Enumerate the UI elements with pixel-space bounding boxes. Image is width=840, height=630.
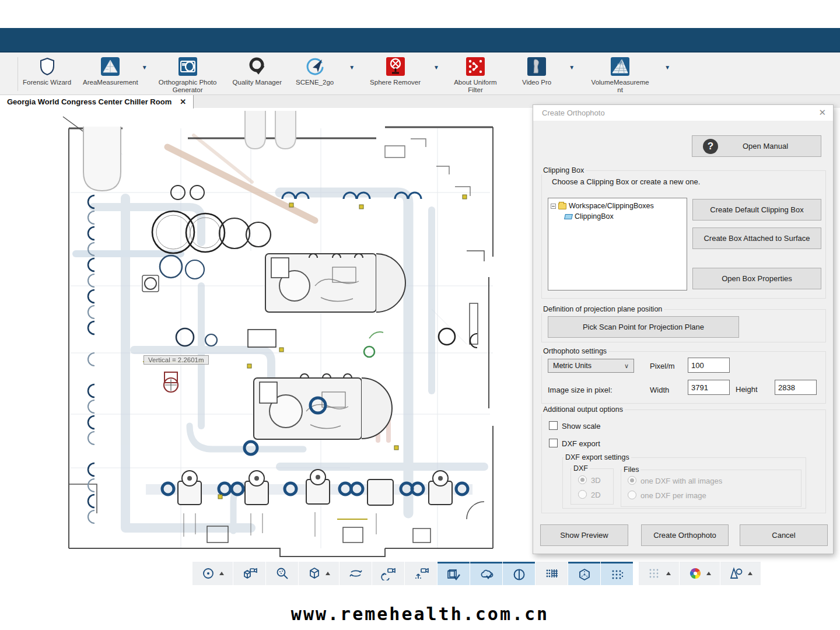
toolbar-item-label: Sphere Remover [370,79,421,86]
dxf-export-checkbox[interactable] [549,439,558,447]
clip-section-button[interactable] [503,562,535,585]
create-default-clipping-box-button[interactable]: Create Default Clipping Box [692,199,821,220]
toolbar-item-video-pro[interactable]: Video Pro ▼ [522,56,575,86]
toolbar-item-area-measurement[interactable]: AreaMeasurement ▼ [83,56,148,86]
camera-reset-icon [381,566,396,580]
units-dropdown[interactable]: Metric Units ∨ [548,359,634,373]
files-one-dxf-per-label: one DXF per image [640,491,706,500]
shapes-filter-button[interactable] [720,562,761,585]
button-label: Create Orthophoto [653,531,716,540]
camera-pick-button[interactable] [405,562,437,585]
toolbar-item-orthographic-photo[interactable]: Orthographic Photo Generator [156,56,220,94]
height-input[interactable] [775,380,817,395]
chevron-down-icon[interactable]: ▼ [569,64,575,71]
tab-close-icon[interactable]: ✕ [180,97,186,106]
output-group-label: Additional output options [541,405,625,414]
cube-view-button[interactable] [299,562,339,585]
files-one-dxf-all-radio[interactable] [628,476,636,485]
camera-cube-button[interactable] [233,562,265,585]
toolbar-item-label: Forensic Wizard [23,79,71,86]
tree-item-clippingbox[interactable]: ClippingBox [550,211,685,222]
chevron-down-icon: ∨ [624,362,629,370]
chevron-up-icon [666,572,671,575]
point-cloud-plan-view [58,111,513,561]
toolbar-item-volume-measurement[interactable]: VolumeMeasurement ▼ [590,56,670,94]
point-density-options-button[interactable] [639,562,679,585]
width-input[interactable] [688,380,730,395]
dxf-2d-radio[interactable] [578,490,587,499]
chevron-down-icon[interactable]: ▼ [664,64,670,71]
plan-pipes [76,192,484,531]
show-preview-button[interactable]: Show Preview [540,524,628,546]
files-subgroup-label: Files [622,466,640,474]
chevron-down-icon[interactable]: ▼ [433,64,439,71]
cloud-visibility-button[interactable] [470,562,502,585]
width-label: Width [650,386,669,394]
chiller-1 [265,254,405,312]
pixel-per-m-input[interactable] [688,358,730,373]
clipping-box-tree[interactable]: Workspace/ClippingBoxes ClippingBox [548,198,687,290]
cube-view-icon [307,566,321,580]
tree-item-workspace[interactable]: Workspace/ClippingBoxes [550,201,685,211]
create-box-attached-to-surface-button[interactable]: Create Box Attached to Surface [692,228,821,249]
toolbar-item-sphere-remover[interactable]: Sphere Remover ▼ [370,56,439,86]
bounding-box-axes-button[interactable] [568,562,600,585]
point-density-button[interactable] [601,562,633,585]
dxf-3d-radio[interactable] [578,475,587,484]
files-subgroup [621,470,802,507]
toolbar-item-label: Video Pro [522,79,551,86]
dxf-subgroup-label: DXF [572,464,590,473]
button-label: Create Default Clipping Box [710,205,803,214]
clipping-box-visibility-button[interactable] [438,562,470,585]
chevron-down-icon[interactable]: ▼ [349,64,355,71]
toolbar-item-quality-manager[interactable]: Quality Manager [233,56,282,86]
measurement-tooltip: Vertical = 2.2601m [144,355,209,365]
cone-sphere-icon [729,566,744,580]
clipping-box-icon [564,214,573,219]
plugin-toolbar: Forensic Wizard AreaMeasurement ▼ Orthog… [0,52,840,95]
button-label: Pick Scan Point for Projection Plane [583,323,704,331]
image-size-label: Image size in pixel: [548,386,612,394]
zoom-points-icon [275,566,289,580]
window-title-band [0,28,840,52]
dialog-titlebar[interactable]: Create Orthophoto ✕ [533,105,833,121]
dxf-3d-label: 3D [591,476,601,485]
show-scale-checkbox[interactable] [549,421,558,430]
clipping-box-group-label: Clipping Box [541,166,586,174]
open-box-properties-button[interactable]: Open Box Properties [692,268,821,289]
tab-title: Georgia World Congress Center Chiller Ro… [7,97,172,106]
chevron-down-icon[interactable]: ▼ [142,64,148,71]
color-mode-button[interactable] [680,562,720,585]
toolbar-item-label: About Uniform Filter [449,79,502,94]
orbit-center-button[interactable] [192,562,233,585]
pick-scan-point-button[interactable]: Pick Scan Point for Projection Plane [548,316,739,338]
clipping-box-visibility-icon [446,568,461,582]
open-manual-button[interactable]: ? Open Manual [692,135,821,157]
bounding-box-axes-icon [578,568,592,582]
rotate-view-icon [348,566,363,580]
dialog-close-icon[interactable]: ✕ [818,107,826,118]
cancel-button[interactable]: Cancel [740,524,828,546]
tab-active-document[interactable]: Georgia World Congress Center Chiller Ro… [0,95,194,108]
chevron-up-icon [706,572,711,575]
toolbar-gap [634,562,639,585]
toolbar-item-uniform-filter[interactable]: About Uniform Filter [449,56,502,94]
camera-reset-button[interactable] [372,562,404,585]
rotate-view-button[interactable] [340,562,372,585]
tree-collapse-icon[interactable] [551,204,556,209]
button-label: Cancel [772,531,795,540]
toolbar-item-scene-2go[interactable]: SCENE_2go ▼ [296,56,355,86]
scan-points-grid-button[interactable] [536,562,568,585]
create-orthophoto-button[interactable]: Create Orthophoto [641,524,729,546]
toolbar-item-forensic-wizard[interactable]: Forensic Wizard [23,56,71,86]
zoom-points-button[interactable] [266,562,298,585]
folder-icon [558,203,566,209]
quality-manager-icon [247,56,268,77]
chiller-2 [254,374,392,439]
color-wheel-icon [688,566,702,580]
open-manual-label: Open Manual [743,142,788,150]
files-one-dxf-per-radio[interactable] [628,491,636,499]
volume-measurement-icon [610,56,631,77]
pixel-per-m-label: Pixel/m [650,362,675,370]
show-scale-label: Show scale [562,422,600,430]
